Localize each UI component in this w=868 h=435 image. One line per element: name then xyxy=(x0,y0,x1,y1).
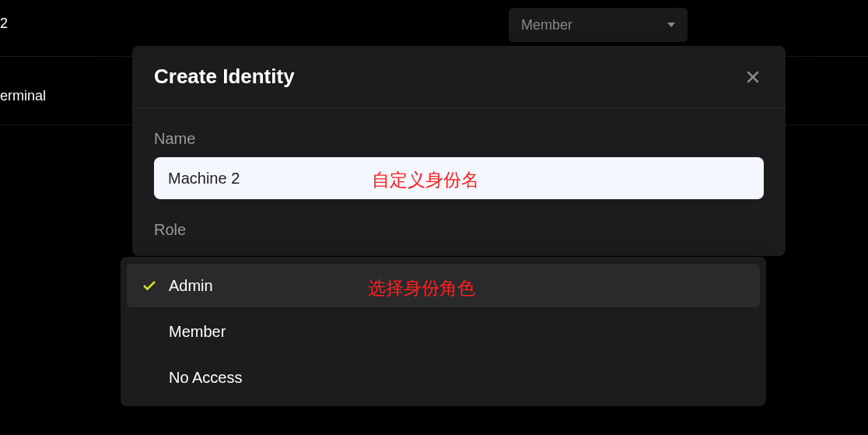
modal-title: Create Identity xyxy=(154,65,295,89)
role-dropdown: Admin 选择身份角色 Member No Access xyxy=(121,257,766,406)
create-identity-modal: Create Identity Name 自定义身份名 Role xyxy=(132,46,786,256)
bg-partial-number: 2 xyxy=(0,16,8,32)
role-field-label: Role xyxy=(154,221,764,239)
close-button[interactable] xyxy=(742,66,764,88)
dropdown-option-admin[interactable]: Admin 选择身份角色 xyxy=(127,264,760,307)
close-icon xyxy=(747,71,759,83)
dropdown-option-label: Member xyxy=(169,323,226,341)
caret-down-icon xyxy=(667,23,675,27)
check-icon xyxy=(141,280,158,291)
bg-role-select[interactable]: Member xyxy=(509,8,688,42)
bg-partial-word: erminal xyxy=(0,88,46,104)
modal-header: Create Identity xyxy=(132,46,786,108)
annotation-role-hint: 选择身份角色 xyxy=(368,276,475,300)
name-field-label: Name xyxy=(154,130,764,148)
dropdown-option-label: Admin xyxy=(169,277,213,295)
role-section: Role xyxy=(154,221,764,239)
name-input[interactable] xyxy=(154,157,764,199)
dropdown-option-noaccess[interactable]: No Access xyxy=(127,356,760,399)
modal-body: Name 自定义身份名 Role xyxy=(132,108,786,256)
dropdown-option-member[interactable]: Member xyxy=(127,310,760,353)
dropdown-option-label: No Access xyxy=(169,369,242,387)
bg-select-label: Member xyxy=(521,17,572,33)
name-input-wrapper: 自定义身份名 xyxy=(154,157,764,199)
